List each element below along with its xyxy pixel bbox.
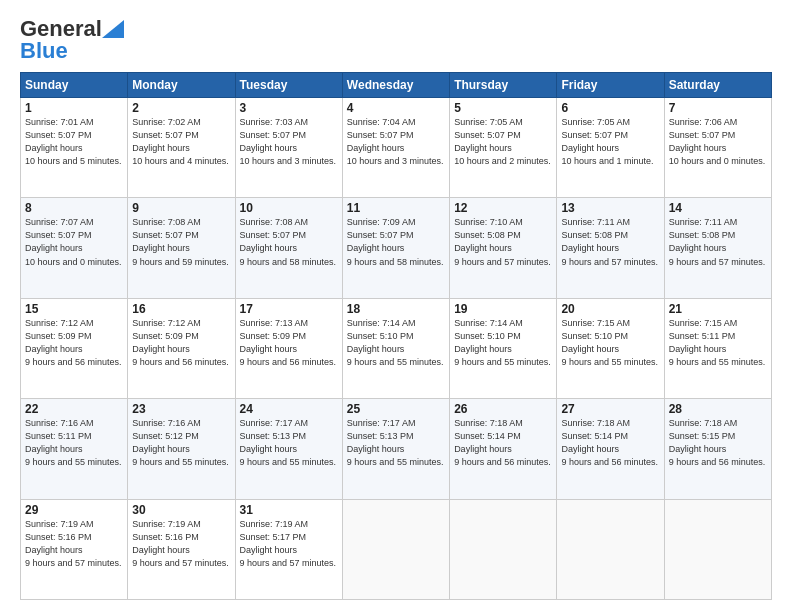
week-row-5: 29Sunrise: 7:19 AMSunset: 5:16 PMDayligh… [21, 499, 772, 599]
day-info: Sunrise: 7:19 AMSunset: 5:16 PMDaylight … [132, 519, 229, 568]
day-info: Sunrise: 7:11 AMSunset: 5:08 PMDaylight … [561, 217, 658, 266]
day-info: Sunrise: 7:08 AMSunset: 5:07 PMDaylight … [240, 217, 337, 266]
day-info: Sunrise: 7:14 AMSunset: 5:10 PMDaylight … [347, 318, 444, 367]
calendar-cell: 14Sunrise: 7:11 AMSunset: 5:08 PMDayligh… [664, 198, 771, 298]
calendar-cell: 5Sunrise: 7:05 AMSunset: 5:07 PMDaylight… [450, 98, 557, 198]
logo-icon [102, 20, 124, 38]
week-row-4: 22Sunrise: 7:16 AMSunset: 5:11 PMDayligh… [21, 399, 772, 499]
day-number: 17 [240, 302, 338, 316]
day-number: 6 [561, 101, 659, 115]
day-number: 4 [347, 101, 445, 115]
day-info: Sunrise: 7:06 AMSunset: 5:07 PMDaylight … [669, 117, 766, 166]
weekday-header-friday: Friday [557, 73, 664, 98]
day-info: Sunrise: 7:15 AMSunset: 5:11 PMDaylight … [669, 318, 766, 367]
calendar-cell: 8Sunrise: 7:07 AMSunset: 5:07 PMDaylight… [21, 198, 128, 298]
calendar-cell: 17Sunrise: 7:13 AMSunset: 5:09 PMDayligh… [235, 298, 342, 398]
day-info: Sunrise: 7:18 AMSunset: 5:14 PMDaylight … [454, 418, 551, 467]
day-number: 10 [240, 201, 338, 215]
day-number: 31 [240, 503, 338, 517]
calendar-cell: 6Sunrise: 7:05 AMSunset: 5:07 PMDaylight… [557, 98, 664, 198]
day-number: 19 [454, 302, 552, 316]
weekday-header-tuesday: Tuesday [235, 73, 342, 98]
day-info: Sunrise: 7:10 AMSunset: 5:08 PMDaylight … [454, 217, 551, 266]
calendar-cell: 7Sunrise: 7:06 AMSunset: 5:07 PMDaylight… [664, 98, 771, 198]
calendar-cell: 1Sunrise: 7:01 AMSunset: 5:07 PMDaylight… [21, 98, 128, 198]
day-info: Sunrise: 7:12 AMSunset: 5:09 PMDaylight … [132, 318, 229, 367]
calendar-cell: 3Sunrise: 7:03 AMSunset: 5:07 PMDaylight… [235, 98, 342, 198]
day-info: Sunrise: 7:04 AMSunset: 5:07 PMDaylight … [347, 117, 444, 166]
calendar-cell [557, 499, 664, 599]
calendar-cell: 19Sunrise: 7:14 AMSunset: 5:10 PMDayligh… [450, 298, 557, 398]
day-info: Sunrise: 7:11 AMSunset: 5:08 PMDaylight … [669, 217, 766, 266]
day-number: 27 [561, 402, 659, 416]
calendar-cell: 4Sunrise: 7:04 AMSunset: 5:07 PMDaylight… [342, 98, 449, 198]
day-number: 12 [454, 201, 552, 215]
day-number: 26 [454, 402, 552, 416]
weekday-header-wednesday: Wednesday [342, 73, 449, 98]
day-info: Sunrise: 7:17 AMSunset: 5:13 PMDaylight … [347, 418, 444, 467]
calendar-cell [450, 499, 557, 599]
day-number: 2 [132, 101, 230, 115]
day-number: 5 [454, 101, 552, 115]
day-number: 15 [25, 302, 123, 316]
day-number: 20 [561, 302, 659, 316]
day-number: 9 [132, 201, 230, 215]
logo-text-blue: Blue [20, 38, 124, 64]
calendar-cell: 11Sunrise: 7:09 AMSunset: 5:07 PMDayligh… [342, 198, 449, 298]
page: General Blue SundayMondayTuesdayWednesda… [0, 0, 792, 612]
calendar-cell: 10Sunrise: 7:08 AMSunset: 5:07 PMDayligh… [235, 198, 342, 298]
weekday-header-sunday: Sunday [21, 73, 128, 98]
day-number: 29 [25, 503, 123, 517]
calendar-cell: 26Sunrise: 7:18 AMSunset: 5:14 PMDayligh… [450, 399, 557, 499]
day-info: Sunrise: 7:15 AMSunset: 5:10 PMDaylight … [561, 318, 658, 367]
header: General Blue [20, 16, 772, 64]
day-info: Sunrise: 7:19 AMSunset: 5:16 PMDaylight … [25, 519, 122, 568]
day-number: 11 [347, 201, 445, 215]
calendar-cell: 25Sunrise: 7:17 AMSunset: 5:13 PMDayligh… [342, 399, 449, 499]
day-info: Sunrise: 7:18 AMSunset: 5:15 PMDaylight … [669, 418, 766, 467]
day-info: Sunrise: 7:16 AMSunset: 5:12 PMDaylight … [132, 418, 229, 467]
calendar-table: SundayMondayTuesdayWednesdayThursdayFrid… [20, 72, 772, 600]
calendar-cell: 16Sunrise: 7:12 AMSunset: 5:09 PMDayligh… [128, 298, 235, 398]
day-number: 21 [669, 302, 767, 316]
day-info: Sunrise: 7:09 AMSunset: 5:07 PMDaylight … [347, 217, 444, 266]
calendar-cell: 15Sunrise: 7:12 AMSunset: 5:09 PMDayligh… [21, 298, 128, 398]
calendar-cell: 2Sunrise: 7:02 AMSunset: 5:07 PMDaylight… [128, 98, 235, 198]
day-number: 24 [240, 402, 338, 416]
weekday-header-saturday: Saturday [664, 73, 771, 98]
calendar-cell: 13Sunrise: 7:11 AMSunset: 5:08 PMDayligh… [557, 198, 664, 298]
day-number: 25 [347, 402, 445, 416]
day-number: 22 [25, 402, 123, 416]
calendar-cell: 28Sunrise: 7:18 AMSunset: 5:15 PMDayligh… [664, 399, 771, 499]
calendar-cell: 18Sunrise: 7:14 AMSunset: 5:10 PMDayligh… [342, 298, 449, 398]
calendar-cell: 27Sunrise: 7:18 AMSunset: 5:14 PMDayligh… [557, 399, 664, 499]
calendar-cell: 24Sunrise: 7:17 AMSunset: 5:13 PMDayligh… [235, 399, 342, 499]
calendar-cell: 20Sunrise: 7:15 AMSunset: 5:10 PMDayligh… [557, 298, 664, 398]
logo: General Blue [20, 16, 124, 64]
day-info: Sunrise: 7:07 AMSunset: 5:07 PMDaylight … [25, 217, 122, 266]
day-info: Sunrise: 7:02 AMSunset: 5:07 PMDaylight … [132, 117, 229, 166]
calendar-cell: 30Sunrise: 7:19 AMSunset: 5:16 PMDayligh… [128, 499, 235, 599]
calendar-cell: 21Sunrise: 7:15 AMSunset: 5:11 PMDayligh… [664, 298, 771, 398]
calendar-cell [664, 499, 771, 599]
day-info: Sunrise: 7:08 AMSunset: 5:07 PMDaylight … [132, 217, 229, 266]
svg-marker-0 [102, 20, 124, 38]
day-info: Sunrise: 7:13 AMSunset: 5:09 PMDaylight … [240, 318, 337, 367]
day-info: Sunrise: 7:17 AMSunset: 5:13 PMDaylight … [240, 418, 337, 467]
day-number: 18 [347, 302, 445, 316]
day-info: Sunrise: 7:12 AMSunset: 5:09 PMDaylight … [25, 318, 122, 367]
day-info: Sunrise: 7:19 AMSunset: 5:17 PMDaylight … [240, 519, 337, 568]
week-row-2: 8Sunrise: 7:07 AMSunset: 5:07 PMDaylight… [21, 198, 772, 298]
day-number: 7 [669, 101, 767, 115]
calendar-cell: 31Sunrise: 7:19 AMSunset: 5:17 PMDayligh… [235, 499, 342, 599]
day-number: 23 [132, 402, 230, 416]
calendar-cell [342, 499, 449, 599]
day-number: 30 [132, 503, 230, 517]
day-number: 13 [561, 201, 659, 215]
day-info: Sunrise: 7:05 AMSunset: 5:07 PMDaylight … [561, 117, 653, 166]
weekday-header-thursday: Thursday [450, 73, 557, 98]
day-number: 8 [25, 201, 123, 215]
day-number: 16 [132, 302, 230, 316]
calendar-cell: 9Sunrise: 7:08 AMSunset: 5:07 PMDaylight… [128, 198, 235, 298]
day-info: Sunrise: 7:14 AMSunset: 5:10 PMDaylight … [454, 318, 551, 367]
